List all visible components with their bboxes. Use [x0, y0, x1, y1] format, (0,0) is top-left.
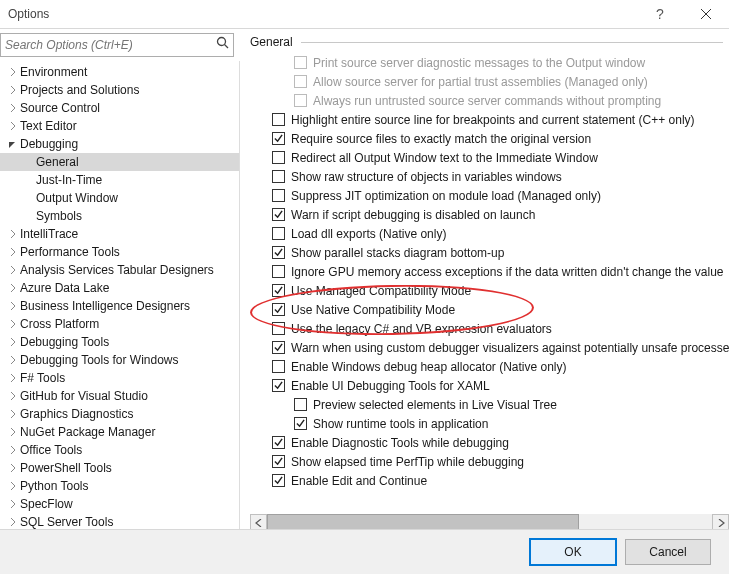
option-label: Enable Edit and Continue	[291, 474, 427, 488]
tree-item[interactable]: F# Tools	[0, 369, 239, 387]
checkbox[interactable]	[272, 455, 285, 468]
option-row: Allow source server for partial trust as…	[250, 72, 729, 91]
tree-item[interactable]: Cross Platform	[0, 315, 239, 333]
tree-item-label: Python Tools	[20, 479, 89, 493]
tree-item[interactable]: PowerShell Tools	[0, 459, 239, 477]
chevron-right-icon[interactable]	[6, 302, 20, 310]
tree-item[interactable]: Environment	[0, 63, 239, 81]
checkbox[interactable]	[272, 303, 285, 316]
tree-item[interactable]: Performance Tools	[0, 243, 239, 261]
option-label: Use Managed Compatibility Mode	[291, 284, 471, 298]
checkbox[interactable]	[272, 151, 285, 164]
tree-item-label: Analysis Services Tabular Designers	[20, 263, 214, 277]
chevron-right-icon[interactable]	[6, 122, 20, 130]
chevron-right-icon[interactable]	[6, 338, 20, 346]
option-row: Always run untrusted source server comma…	[250, 91, 729, 110]
checkbox[interactable]	[272, 132, 285, 145]
option-label: Show parallel stacks diagram bottom-up	[291, 246, 504, 260]
svg-line-3	[225, 45, 229, 49]
tree-item[interactable]: Debugging Tools for Windows	[0, 351, 239, 369]
chevron-right-icon[interactable]	[6, 104, 20, 112]
option-label: Preview selected elements in Live Visual…	[313, 398, 557, 412]
tree-item[interactable]: NuGet Package Manager	[0, 423, 239, 441]
checkbox[interactable]	[272, 246, 285, 259]
tree-item-label: Source Control	[20, 101, 100, 115]
chevron-right-icon[interactable]	[6, 230, 20, 238]
chevron-down-icon[interactable]	[6, 140, 20, 148]
checkbox[interactable]	[272, 208, 285, 221]
tree-item-label: SQL Server Tools	[20, 515, 113, 529]
tree-item[interactable]: Projects and Solutions	[0, 81, 239, 99]
chevron-right-icon[interactable]	[6, 446, 20, 454]
checkbox[interactable]	[272, 474, 285, 487]
search-input[interactable]	[0, 33, 234, 57]
checkbox[interactable]	[272, 436, 285, 449]
category-tree[interactable]: EnvironmentProjects and SolutionsSource …	[0, 61, 240, 531]
chevron-right-icon[interactable]	[6, 500, 20, 508]
chevron-right-icon[interactable]	[6, 86, 20, 94]
chevron-right-icon[interactable]	[6, 392, 20, 400]
tree-item[interactable]: Just-In-Time	[0, 171, 239, 189]
tree-item[interactable]: GitHub for Visual Studio	[0, 387, 239, 405]
chevron-right-icon[interactable]	[6, 284, 20, 292]
chevron-right-icon[interactable]	[6, 482, 20, 490]
tree-item[interactable]: Debugging	[0, 135, 239, 153]
chevron-right-icon[interactable]	[6, 428, 20, 436]
option-row: Warn when using custom debugger visualiz…	[250, 338, 729, 357]
chevron-right-icon[interactable]	[6, 374, 20, 382]
checkbox[interactable]	[294, 398, 307, 411]
option-label: Load dll exports (Native only)	[291, 227, 446, 241]
option-label: Show raw structure of objects in variabl…	[291, 170, 562, 184]
checkbox[interactable]	[272, 341, 285, 354]
chevron-right-icon[interactable]	[6, 356, 20, 364]
ok-button[interactable]: OK	[529, 538, 617, 566]
checkbox[interactable]	[272, 113, 285, 126]
tree-item-label: IntelliTrace	[20, 227, 78, 241]
tree-item-label: Debugging	[20, 137, 78, 151]
tree-item[interactable]: Source Control	[0, 99, 239, 117]
chevron-right-icon[interactable]	[6, 464, 20, 472]
tree-item[interactable]: Business Intelligence Designers	[0, 297, 239, 315]
search-box[interactable]	[0, 33, 234, 57]
checkbox[interactable]	[272, 360, 285, 373]
tree-item-label: NuGet Package Manager	[20, 425, 155, 439]
checkbox[interactable]	[272, 379, 285, 392]
checkbox[interactable]	[272, 284, 285, 297]
checkbox[interactable]	[272, 189, 285, 202]
tree-item[interactable]: Symbols	[0, 207, 239, 225]
cancel-button[interactable]: Cancel	[625, 539, 711, 565]
checkbox[interactable]	[272, 227, 285, 240]
option-label: Use Native Compatibility Mode	[291, 303, 455, 317]
chevron-right-icon[interactable]	[6, 248, 20, 256]
checkbox[interactable]	[272, 265, 285, 278]
option-row: Show runtime tools in application	[250, 414, 729, 433]
tree-item[interactable]: Debugging Tools	[0, 333, 239, 351]
tree-item[interactable]: Python Tools	[0, 477, 239, 495]
tree-item[interactable]: Office Tools	[0, 441, 239, 459]
tree-item-label: Graphics Diagnostics	[20, 407, 133, 421]
option-row: Show parallel stacks diagram bottom-up	[250, 243, 729, 262]
checkbox[interactable]	[294, 417, 307, 430]
option-label: Warn if script debugging is disabled on …	[291, 208, 535, 222]
tree-item[interactable]: Azure Data Lake	[0, 279, 239, 297]
help-button[interactable]: ?	[637, 0, 683, 28]
tree-item[interactable]: Output Window	[0, 189, 239, 207]
chevron-right-icon[interactable]	[6, 266, 20, 274]
chevron-right-icon[interactable]	[6, 320, 20, 328]
chevron-right-icon[interactable]	[6, 518, 20, 526]
chevron-right-icon[interactable]	[6, 68, 20, 76]
tree-item-label: Debugging Tools for Windows	[20, 353, 179, 367]
checkbox[interactable]	[272, 322, 285, 335]
option-label: Enable Windows debug heap allocator (Nat…	[291, 360, 567, 374]
tree-item[interactable]: Graphics Diagnostics	[0, 405, 239, 423]
tree-item[interactable]: IntelliTrace	[0, 225, 239, 243]
tree-item[interactable]: Text Editor	[0, 117, 239, 135]
tree-item[interactable]: Analysis Services Tabular Designers	[0, 261, 239, 279]
tree-item[interactable]: SpecFlow	[0, 495, 239, 513]
close-button[interactable]	[683, 0, 729, 28]
option-row: Ignore GPU memory access exceptions if t…	[250, 262, 729, 281]
option-label: Print source server diagnostic messages …	[313, 56, 645, 70]
tree-item[interactable]: General	[0, 153, 239, 171]
chevron-right-icon[interactable]	[6, 410, 20, 418]
checkbox[interactable]	[272, 170, 285, 183]
